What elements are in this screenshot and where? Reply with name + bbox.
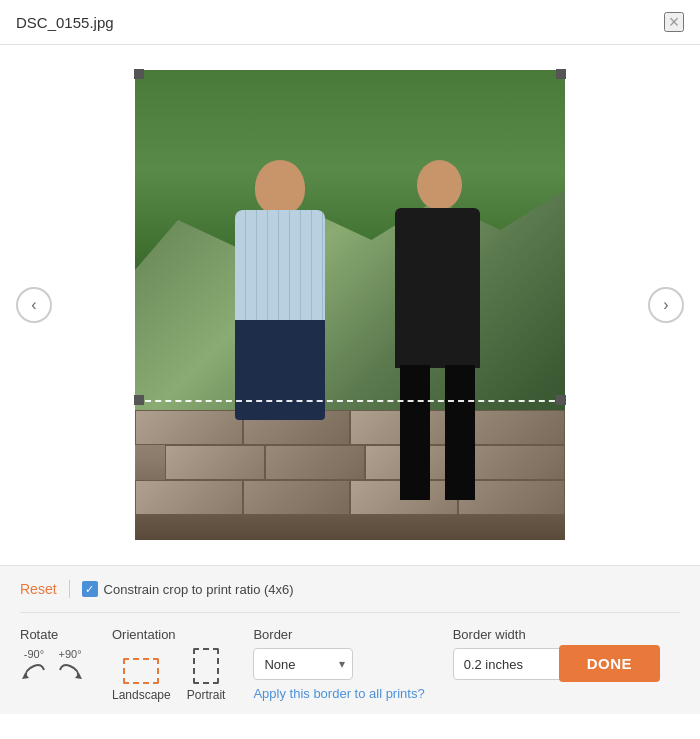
portrait-icon [193, 648, 219, 684]
rotate-left-label: -90° [24, 648, 44, 660]
rotate-label: Rotate [20, 627, 58, 642]
chevron-right-icon: › [663, 296, 668, 314]
title-bar: DSC_0155.jpg × [0, 0, 700, 45]
controls-bottom-wrapper: Rotate -90° +90° [20, 627, 680, 702]
orientation-section: Orientation Landscape Portrait [112, 627, 225, 702]
svg-marker-1 [75, 673, 82, 679]
border-width-select[interactable]: 0.1 inches 0.2 inches 0.3 inches 0.5 inc… [453, 648, 573, 680]
rotate-right-button[interactable]: +90° [56, 648, 84, 682]
person-woman [375, 160, 505, 500]
border-width-label: Border width [453, 627, 526, 642]
controls-area: Reset Constrain crop to print ratio (4x6… [0, 565, 700, 714]
landscape-option[interactable]: Landscape [112, 658, 171, 702]
portrait-label: Portrait [187, 688, 226, 702]
border-width-select-wrapper: 0.1 inches 0.2 inches 0.3 inches 0.5 inc… [453, 648, 573, 680]
file-title: DSC_0155.jpg [16, 14, 114, 31]
rotate-right-label: +90° [58, 648, 81, 660]
rotate-right-icon [56, 662, 84, 682]
rotate-left-icon [20, 662, 48, 682]
done-button[interactable]: DONE [559, 645, 660, 682]
photo-container [135, 70, 565, 540]
prev-arrow-button[interactable]: ‹ [16, 287, 52, 323]
controls-top-row: Reset Constrain crop to print ratio (4x6… [20, 580, 680, 613]
orientation-label: Orientation [112, 627, 176, 642]
landscape-icon [123, 658, 159, 684]
divider [69, 580, 70, 598]
constrain-label[interactable]: Constrain crop to print ratio (4x6) [82, 581, 294, 597]
constrain-checkbox[interactable] [82, 581, 98, 597]
svg-marker-0 [22, 673, 29, 679]
orientation-options: Landscape Portrait [112, 648, 225, 702]
border-section: Border None White Black Apply this borde… [253, 627, 424, 701]
rotate-buttons: -90° +90° [20, 648, 84, 682]
reset-button[interactable]: Reset [20, 581, 57, 597]
border-select[interactable]: None White Black [253, 648, 353, 680]
rotate-section: Rotate -90° +90° [20, 627, 84, 682]
apply-border-link[interactable]: Apply this border to all prints? [253, 686, 424, 701]
border-select-wrapper: None White Black [253, 648, 353, 680]
rotate-left-button[interactable]: -90° [20, 648, 48, 682]
photo-image [135, 70, 565, 540]
close-button[interactable]: × [664, 12, 684, 32]
image-area: ‹ [0, 45, 700, 565]
constrain-text: Constrain crop to print ratio (4x6) [104, 582, 294, 597]
chevron-left-icon: ‹ [31, 296, 36, 314]
portrait-option[interactable]: Portrait [187, 648, 226, 702]
border-label: Border [253, 627, 292, 642]
next-arrow-button[interactable]: › [648, 287, 684, 323]
person-man [215, 160, 375, 420]
landscape-label: Landscape [112, 688, 171, 702]
